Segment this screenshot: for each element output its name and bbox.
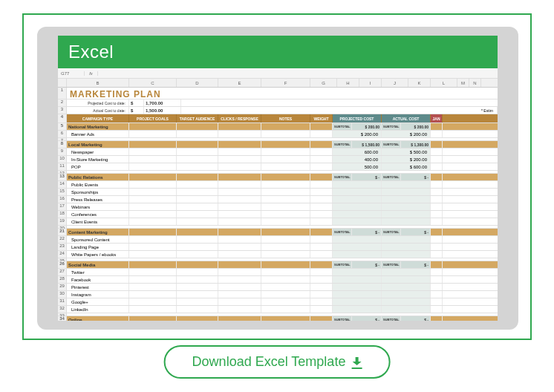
table-row[interactable]: 10 In-Store Marketing 400.00 $ 200.00 [58, 156, 498, 163]
table-row[interactable]: 16 Press Releases [58, 196, 498, 203]
table-row[interactable]: 19 Client Events [58, 218, 498, 226]
table-row[interactable]: 18 Conferences [58, 211, 498, 218]
column-header-l[interactable]: L [431, 79, 457, 87]
actual-cell[interactable] [382, 181, 431, 188]
projected-cell[interactable]: 600.00 [333, 148, 382, 155]
item-label[interactable]: Client Events [67, 218, 129, 225]
row-number[interactable]: 6 [58, 131, 67, 137]
row-number[interactable]: 9 [58, 148, 67, 155]
download-button[interactable]: Download Excel Template [164, 345, 391, 379]
projected-cell[interactable]: 500.00 [333, 163, 382, 170]
actual-cell[interactable] [382, 276, 431, 283]
projected-cell[interactable] [333, 218, 382, 225]
row-number[interactable]: 7 [58, 138, 67, 140]
actual-cell[interactable] [382, 298, 431, 305]
name-box[interactable]: G77 [58, 71, 85, 76]
actual-cell[interactable]: $ 600.00 [382, 163, 431, 170]
projected-cell[interactable] [333, 211, 382, 218]
column-header-f[interactable]: F [261, 79, 310, 87]
row-number[interactable]: 20 [58, 226, 67, 228]
row-number[interactable]: 34 [58, 316, 67, 321]
table-row[interactable]: 27 Twitter [58, 269, 498, 276]
actual-cell[interactable]: $ 500.00 [382, 148, 431, 155]
row-number[interactable]: 26 [58, 261, 67, 268]
projected-cell[interactable] [333, 291, 382, 298]
projected-cell[interactable]: 400.00 [333, 156, 382, 163]
item-label[interactable]: Instagram [67, 291, 129, 298]
actual-cell[interactable] [382, 269, 431, 275]
row-number[interactable]: 21 [58, 229, 67, 235]
item-label[interactable]: POP [67, 163, 129, 170]
projected-cell[interactable] [333, 196, 382, 203]
row-number[interactable]: 13 [58, 174, 67, 180]
row-number[interactable]: 17 [58, 203, 67, 210]
table-row[interactable]: 31 Google+ [58, 298, 498, 306]
column-header-i[interactable]: I [359, 79, 382, 87]
row-number[interactable]: 18 [58, 211, 67, 218]
projected-cell[interactable] [333, 189, 382, 195]
table-row[interactable]: 15 Sponsorships [58, 189, 498, 196]
table-row[interactable]: 24 White Papers / ebooks [58, 251, 498, 258]
column-header-n[interactable]: N [469, 79, 481, 87]
actual-cell[interactable] [382, 218, 431, 225]
row-number[interactable]: 28 [58, 276, 67, 283]
table-row[interactable]: 22 Sponsored Content [58, 236, 498, 244]
actual-cell[interactable]: $ 200.00 [382, 156, 431, 163]
actual-cell[interactable] [382, 244, 431, 250]
actual-cell[interactable] [382, 291, 431, 298]
item-label[interactable]: White Papers / ebooks [67, 251, 129, 258]
item-label[interactable]: Landing Page [67, 244, 129, 250]
column-header-m[interactable]: M [457, 79, 469, 87]
actual-cell[interactable] [382, 284, 431, 290]
row-number[interactable]: 19 [58, 218, 67, 225]
row-number[interactable]: 30 [58, 291, 67, 298]
table-row[interactable]: 9 Newspaper 600.00 $ 500.00 [58, 148, 498, 156]
column-header-c[interactable]: C [129, 79, 177, 87]
projected-cell[interactable] [333, 269, 382, 275]
row-number[interactable]: 25 [58, 258, 67, 261]
actual-cell[interactable] [382, 203, 431, 210]
column-header-d[interactable]: D [177, 79, 218, 87]
item-label[interactable]: Twitter [67, 269, 129, 275]
row-number[interactable]: 16 [58, 196, 67, 203]
column-header-k[interactable]: K [408, 79, 431, 87]
row-number[interactable]: 23 [58, 244, 67, 250]
row-number[interactable]: 8 [58, 141, 67, 148]
table-row[interactable]: 32 LinkedIn [58, 306, 498, 313]
spreadsheet-grid[interactable]: 1 MARKETING PLAN 2 Projected Cost to dat… [58, 88, 498, 321]
row-number[interactable]: 2 [58, 99, 67, 106]
table-row[interactable]: 17 Webinars [58, 203, 498, 211]
projected-cell[interactable] [333, 203, 382, 210]
row-number[interactable]: 27 [58, 269, 67, 275]
formula-bar[interactable]: G77 fx [58, 68, 498, 79]
item-label[interactable]: Newspaper [67, 148, 129, 155]
projected-cell[interactable]: $ 200.00 [333, 131, 382, 137]
item-label[interactable]: Pinterest [67, 284, 129, 290]
table-row[interactable]: 14 Public Events [58, 181, 498, 189]
projected-cell[interactable] [333, 276, 382, 283]
row-number[interactable]: 29 [58, 284, 67, 290]
item-label[interactable]: Banner Ads [67, 131, 129, 137]
projected-cell[interactable] [333, 244, 382, 250]
projected-cell[interactable] [333, 284, 382, 290]
item-label[interactable]: Conferences [67, 211, 129, 218]
actual-cell[interactable] [382, 251, 431, 258]
item-label[interactable]: In-Store Marketing [67, 156, 129, 163]
row-number[interactable]: 11 [58, 163, 67, 170]
row-number[interactable]: 14 [58, 181, 67, 188]
item-label[interactable]: Sponsored Content [67, 236, 129, 243]
column-header-b[interactable]: B [67, 79, 129, 87]
row-number[interactable]: 15 [58, 189, 67, 195]
column-header-g[interactable]: G [310, 79, 337, 87]
row-number[interactable]: 5 [58, 123, 67, 130]
table-row[interactable]: 6 Banner Ads $ 200.00 $ 200.00 [58, 131, 498, 138]
row-number[interactable]: 33 [58, 313, 67, 316]
column-header-j[interactable]: J [382, 79, 408, 87]
actual-cell[interactable] [382, 189, 431, 195]
table-row[interactable]: 28 Facebook [58, 276, 498, 284]
row-number[interactable]: 3 [58, 107, 67, 114]
projected-cell[interactable] [333, 181, 382, 188]
item-label[interactable]: LinkedIn [67, 306, 129, 313]
row-number[interactable]: 24 [58, 251, 67, 258]
projected-cell[interactable] [333, 236, 382, 243]
